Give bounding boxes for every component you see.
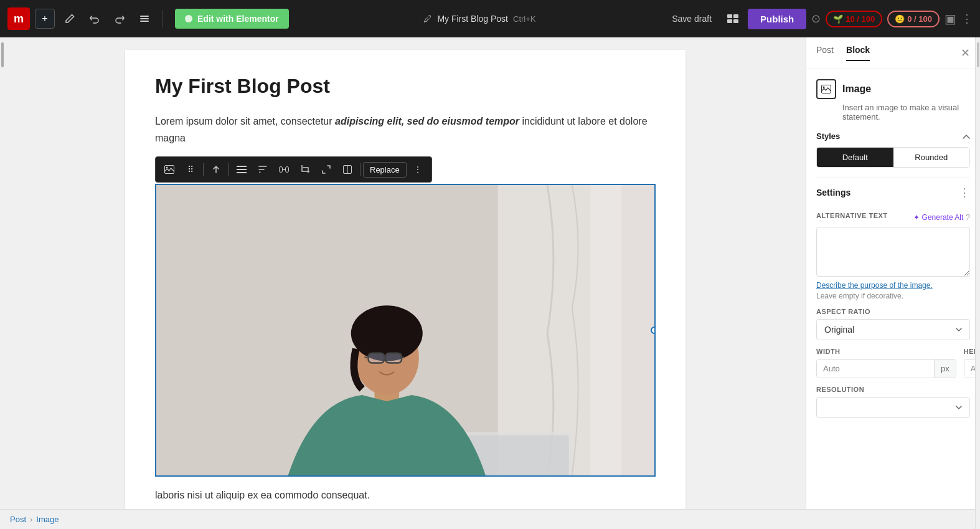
editor-wrapper: My First Blog Post Lorem ipsum dolor sit… [0, 37, 806, 509]
image-placeholder [156, 185, 654, 475]
settings-section-header: Settings ⋮ [816, 178, 970, 204]
right-panel-tabs: Post Block [816, 45, 870, 61]
breadcrumb-separator: › [30, 515, 32, 524]
svg-rect-2 [140, 21, 149, 22]
svg-rect-5 [727, 19, 732, 23]
toolbar-sep-1 [203, 163, 204, 176]
alt-text-input[interactable] [816, 227, 970, 277]
resolution-select[interactable] [816, 397, 970, 418]
style-default-button[interactable]: Default [817, 148, 893, 167]
paragraph-1: Lorem ipsum dolor sit amet, consectetur … [155, 113, 656, 146]
publish-button[interactable]: Publish [748, 9, 806, 29]
editor-left-scroll [0, 37, 5, 509]
svg-rect-9 [237, 166, 247, 167]
resize-handle[interactable] [651, 326, 654, 334]
generate-alt-button[interactable]: ✦ Generate Alt ? [913, 213, 970, 222]
undo-button[interactable] [85, 9, 105, 29]
right-panel-body: Image Insert an image to make a visual s… [806, 69, 980, 509]
width-input-row: px [816, 359, 956, 378]
width-label: WIDTH [816, 348, 956, 355]
view-toggle-button[interactable] [723, 9, 743, 29]
right-panel-header: Post Block ✕ [806, 37, 980, 69]
image-block-wrapper: ⠿ [155, 156, 656, 503]
image-block[interactable] [155, 184, 656, 477]
seo-score-badge[interactable]: 🌱 10 / 100 [826, 11, 882, 27]
wp-logo[interactable]: m [7, 7, 30, 30]
readability-score-badge[interactable]: 😐 0 / 100 [887, 11, 940, 27]
breadcrumb-post-link[interactable]: Post [10, 515, 26, 524]
image-toolbar: ⠿ [155, 156, 432, 183]
crop-button[interactable] [295, 160, 315, 179]
readability-icon: 😐 [895, 14, 905, 24]
svg-rect-3 [727, 14, 732, 18]
more-block-options-button[interactable]: ⋮ [408, 160, 428, 179]
svg-rect-17 [590, 185, 654, 475]
width-group: WIDTH px [816, 348, 956, 378]
feather-icon: 🖊 [423, 14, 432, 24]
styles-section: Styles [816, 131, 970, 141]
replace-button[interactable]: Replace [363, 162, 407, 178]
style-rounded-button[interactable]: Rounded [893, 148, 970, 167]
width-unit: px [934, 360, 956, 378]
breadcrumb-image-link[interactable]: Image [36, 515, 59, 524]
help-icon: ? [966, 213, 970, 222]
svg-rect-13 [286, 167, 289, 173]
alt-text-label: ALTERNATIVE TEXT [816, 212, 888, 219]
right-panel-close-button[interactable]: ✕ [961, 46, 970, 60]
redo-button[interactable] [110, 9, 130, 29]
editor-content: My First Blog Post Lorem ipsum dolor sit… [125, 50, 686, 509]
resolution-label: RESOLUTION [816, 386, 970, 393]
link-button[interactable] [274, 160, 294, 179]
topbar-right: Save draft Publish ⊙ 🌱 10 / 100 😐 0 / 10… [666, 9, 973, 29]
leave-empty-hint: Leave empty if decorative. [816, 292, 970, 300]
panel-toggle-button[interactable]: ▣ [945, 11, 956, 26]
add-new-button[interactable]: + [35, 9, 55, 29]
caption-button[interactable] [253, 160, 273, 179]
paragraph-2: laboris nisi ut aliquip ex ea commodo co… [155, 487, 656, 503]
svg-rect-22 [369, 353, 385, 363]
tab-post[interactable]: Post [816, 45, 834, 61]
seo-circle-icon[interactable]: ⊙ [811, 12, 821, 26]
readability-score-value: 0 / 100 [907, 14, 932, 24]
svg-rect-4 [733, 14, 738, 18]
paragraph-1-bold: adipiscing elit, sed do eiusmod tempor [335, 116, 519, 126]
svg-rect-1 [140, 18, 149, 19]
align-full-button[interactable] [232, 160, 252, 179]
editor-main: My First Blog Post Lorem ipsum dolor sit… [5, 37, 806, 509]
svg-rect-10 [237, 169, 247, 170]
keyboard-shortcut: Ctrl+K [513, 14, 535, 24]
save-draft-button[interactable]: Save draft [666, 10, 718, 27]
title-area: 🖊 My First Blog Post Ctrl+K [299, 14, 661, 24]
svg-rect-23 [385, 353, 402, 363]
describe-image-link[interactable]: Describe the purpose of the image. [816, 281, 933, 290]
list-view-button[interactable] [134, 9, 154, 29]
generate-alt-star-icon: ✦ [913, 213, 920, 222]
right-panel-scroll-thumb[interactable] [977, 42, 979, 67]
move-up-button[interactable] [206, 160, 226, 179]
post-title-display: 🖊 My First Blog Post Ctrl+K [423, 14, 535, 24]
image-info-header: Image [816, 79, 970, 99]
width-input[interactable] [817, 360, 934, 378]
edit-pen-button[interactable] [60, 9, 80, 29]
toolbar-sep-3 [360, 163, 360, 176]
tab-block[interactable]: Block [846, 45, 870, 61]
breadcrumb-bar: Post › Image [0, 509, 980, 529]
settings-more-button[interactable]: ⋮ [959, 186, 970, 199]
aspect-ratio-section: ASPECT RATIO Original Square 16:9 4:3 [816, 308, 970, 340]
more-options-button[interactable]: ⋮ [961, 12, 973, 26]
svg-point-21 [351, 306, 423, 361]
main-layout: My First Blog Post Lorem ipsum dolor sit… [0, 37, 980, 509]
right-panel: Post Block ✕ Image Insert an image to ma… [806, 37, 980, 509]
aspect-ratio-select[interactable]: Original Square 16:9 4:3 [816, 319, 970, 340]
post-heading[interactable]: My First Blog Post [155, 75, 656, 98]
duotone-button[interactable] [337, 160, 357, 179]
settings-title: Settings [816, 188, 850, 198]
edit-with-elementor-button[interactable]: Edit with Elementor [175, 9, 289, 29]
image-icon-button[interactable] [159, 160, 179, 179]
post-title-text: My First Blog Post [437, 14, 508, 24]
expand-button[interactable] [316, 160, 336, 179]
drag-handle-button[interactable]: ⠿ [181, 160, 200, 179]
elementor-dot-icon [185, 15, 192, 22]
image-panel-desc: Insert an image to make a visual stateme… [842, 103, 970, 122]
resolution-section: RESOLUTION [816, 386, 970, 418]
